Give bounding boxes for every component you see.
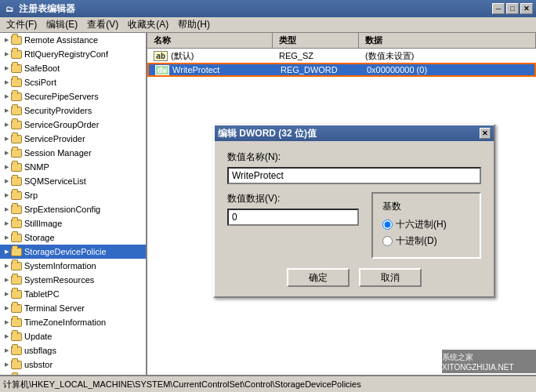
- dialog-buttons: 确定 取消: [227, 268, 481, 287]
- dialog-cancel-button[interactable]: 取消: [359, 268, 422, 287]
- dialog-name-input[interactable]: [227, 167, 481, 184]
- dialog-base-section: 基数 十六进制(H) 十进制(D): [371, 192, 481, 259]
- dialog-name-label: 数值名称(N):: [227, 151, 481, 164]
- dialog-overlay: 编辑 DWORD (32 位)值 ✕ 数值名称(N): 数值数据(V): 基数 …: [0, 0, 536, 392]
- radio-dec[interactable]: [382, 236, 393, 246]
- radio-hex-row: 十六进制(H): [382, 218, 470, 231]
- dialog-data-label: 数值数据(V):: [227, 192, 359, 205]
- dialog-titlebar: 编辑 DWORD (32 位)值 ✕: [215, 125, 494, 141]
- dialog-body: 数值名称(N): 数值数据(V): 基数 十六进制(H) 十进制(D): [215, 141, 494, 296]
- radio-hex-label: 十六进制(H): [396, 218, 447, 231]
- dialog-data-input[interactable]: [227, 209, 359, 226]
- dialog-value-section: 数值数据(V):: [227, 192, 359, 234]
- dialog-ok-button[interactable]: 确定: [287, 268, 349, 287]
- radio-hex[interactable]: [382, 220, 393, 230]
- dialog-data-row: 数值数据(V): 基数 十六进制(H) 十进制(D): [227, 192, 481, 259]
- dialog-close-button[interactable]: ✕: [480, 128, 491, 139]
- edit-dword-dialog: 编辑 DWORD (32 位)值 ✕ 数值名称(N): 数值数据(V): 基数 …: [213, 124, 495, 298]
- radio-dec-label: 十进制(D): [396, 234, 437, 248]
- radio-dec-row: 十进制(D): [382, 234, 470, 248]
- dialog-base-title: 基数: [382, 200, 470, 213]
- dialog-title: 编辑 DWORD (32 位)值: [218, 127, 480, 140]
